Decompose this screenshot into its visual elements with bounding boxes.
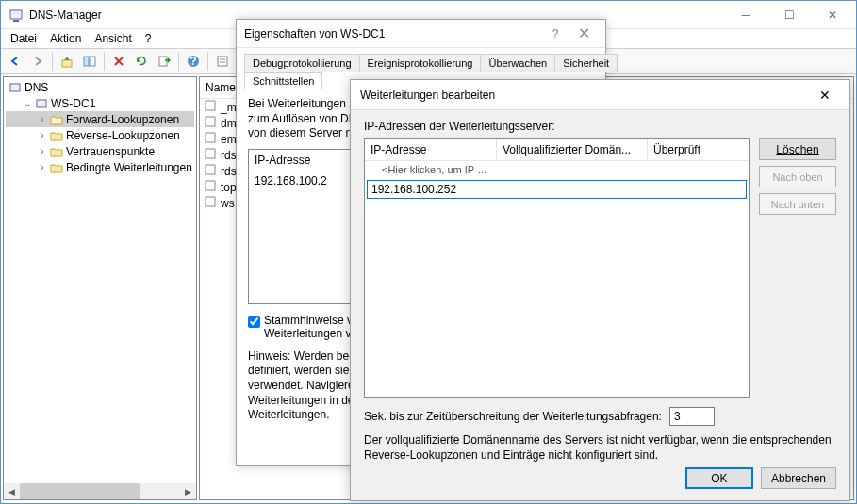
close-button[interactable]: ✕ [811, 2, 854, 28]
scroll-right-button[interactable]: ▶ [180, 483, 196, 499]
tree-node-label: Bedingte Weiterleitungen [66, 161, 192, 174]
delete-button[interactable]: Löschen [759, 138, 836, 160]
tab-interfaces[interactable]: Schnittstellen [244, 72, 322, 89]
edit-forwarders-dialog: Weiterleitungen bearbeiten ✕ IP-Adressen… [350, 79, 850, 501]
svg-rect-16 [206, 101, 215, 110]
menu-help[interactable]: ? [140, 30, 157, 47]
help-button[interactable]: ? [541, 27, 569, 41]
svg-rect-5 [159, 57, 167, 66]
expand-icon[interactable]: › [36, 146, 49, 156]
svg-rect-19 [206, 149, 215, 158]
cancel-button[interactable]: Abbrechen [761, 467, 836, 489]
move-down-button[interactable]: Nach unten [759, 193, 836, 215]
scroll-left-button[interactable]: ◀ [4, 483, 20, 499]
tree-node-label: Forward-Lookupzonen [66, 113, 179, 126]
col-verified[interactable]: Überprüft [648, 139, 749, 160]
svg-text:?: ? [190, 55, 196, 68]
zone-icon [204, 115, 219, 131]
forward-button[interactable] [27, 51, 48, 72]
timeout-input[interactable] [669, 407, 715, 426]
svg-rect-1 [13, 20, 19, 22]
zone-icon [204, 99, 219, 115]
svg-rect-14 [10, 84, 20, 91]
folder-open-icon [49, 113, 64, 126]
tab-security[interactable]: Sicherheit [554, 54, 618, 72]
close-button[interactable]: ✕ [569, 24, 598, 42]
root-hints-checkbox[interactable] [248, 316, 260, 328]
svg-rect-0 [10, 10, 22, 19]
tree-reverse-zones[interactable]: › Reverse-Lookupzonen [6, 127, 194, 143]
tree-node-label: Reverse-Lookupzonen [66, 129, 180, 142]
folder-icon [49, 129, 64, 142]
zone-icon [204, 147, 219, 163]
collapse-icon[interactable]: ⌄ [21, 98, 34, 108]
svg-rect-17 [206, 117, 215, 126]
back-button[interactable] [5, 51, 25, 72]
help-button[interactable]: ? [183, 51, 204, 72]
dns-root-icon [8, 81, 23, 94]
folder-icon [49, 145, 64, 158]
refresh-button[interactable] [131, 51, 152, 72]
checkbox-label: Stammhinweise ve Weiterleitungen ve [264, 314, 359, 340]
ip-input[interactable] [367, 180, 747, 199]
filter-1-button[interactable] [212, 51, 233, 72]
horizontal-scrollbar[interactable]: ◀ ▶ [4, 483, 196, 499]
zone-icon [204, 179, 219, 195]
menu-action[interactable]: Aktion [44, 30, 87, 47]
svg-rect-22 [206, 197, 215, 206]
zone-icon [204, 163, 219, 179]
forwarders-label: IP-Adressen der Weiterleitungsserver: [364, 120, 836, 133]
close-button[interactable]: ✕ [806, 88, 844, 103]
up-button[interactable] [57, 51, 77, 72]
menu-file[interactable]: Datei [5, 30, 42, 47]
tree-server-label: WS-DC1 [51, 97, 95, 110]
svg-rect-8 [218, 57, 227, 66]
col-ip[interactable]: IP-Adresse [365, 139, 497, 160]
tree-trust-points[interactable]: › Vertrauenspunkte [6, 143, 194, 159]
forwarders-titlebar[interactable]: Weiterleitungen bearbeiten ✕ [351, 80, 849, 110]
tree-conditional-fwd[interactable]: › Bedingte Weiterleitungen [6, 159, 194, 175]
svg-rect-21 [206, 181, 215, 190]
svg-rect-3 [84, 57, 89, 66]
tree-server[interactable]: ⌄ WS-DC1 [6, 95, 194, 111]
tab-monitoring[interactable]: Überwachen [480, 54, 555, 72]
expand-icon[interactable]: › [36, 162, 49, 172]
tree-forward-zones[interactable]: › Forward-Lookupzonen [6, 111, 194, 127]
show-hide-tree-button[interactable] [79, 51, 100, 72]
svg-rect-2 [62, 60, 72, 67]
forwarders-table: IP-Adresse Vollqualifizierter Domän... Ü… [364, 138, 750, 398]
folder-icon [49, 161, 64, 174]
minimize-button[interactable]: ─ [724, 2, 767, 28]
tree-pane: DNS ⌄ WS-DC1 › Forward-Lookupzonen › Rev… [3, 76, 197, 500]
forwarders-note: Der vollqualifizierte Domänenname des Se… [364, 433, 836, 463]
move-up-button[interactable]: Nach oben [759, 166, 836, 187]
svg-rect-15 [37, 100, 46, 107]
properties-title: Eigenschaften von WS-DC1 [244, 27, 541, 41]
svg-rect-4 [90, 57, 95, 66]
tree-root[interactable]: DNS [6, 79, 194, 95]
svg-rect-20 [206, 165, 215, 174]
forwarders-title: Weiterleitungen bearbeiten [360, 89, 806, 102]
expand-icon[interactable]: › [36, 130, 49, 140]
tree-root-label: DNS [25, 81, 48, 94]
zone-icon [204, 195, 219, 211]
zone-icon [204, 131, 219, 147]
tab-debug-logging[interactable]: Debugprotokollierung [244, 54, 360, 72]
tree-node-label: Vertrauenspunkte [66, 145, 155, 158]
expand-icon[interactable]: › [36, 114, 49, 124]
server-icon [34, 97, 49, 110]
delete-button[interactable] [108, 51, 129, 72]
dns-app-icon [8, 8, 24, 23]
col-fqdn[interactable]: Vollqualifizierter Domän... [497, 139, 648, 160]
export-button[interactable] [154, 51, 174, 72]
ok-button[interactable]: OK [685, 467, 753, 489]
add-ip-hint[interactable]: <Hier klicken, um IP-... [365, 161, 749, 178]
properties-titlebar[interactable]: Eigenschaften von WS-DC1 ? ✕ [237, 20, 605, 48]
menu-view[interactable]: Ansicht [89, 30, 137, 47]
tab-event-logging[interactable]: Ereignisprotokollierung [359, 54, 482, 72]
maximize-button[interactable]: ☐ [767, 2, 811, 28]
timeout-label: Sek. bis zur Zeitüberschreitung der Weit… [364, 410, 662, 423]
svg-rect-18 [206, 133, 215, 142]
